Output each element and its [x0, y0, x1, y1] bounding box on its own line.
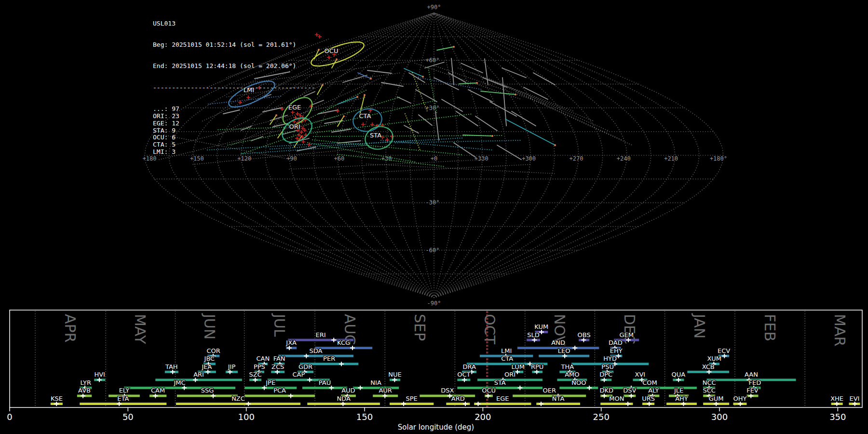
month-label: JUN — [201, 313, 218, 339]
month-label: SEP — [411, 314, 428, 341]
svg-text:+30°: +30° — [426, 105, 440, 111]
svg-text:ELY: ELY — [119, 387, 130, 394]
separator-line: ----------------------------------------… — [153, 84, 315, 92]
peak-marker-icon — [587, 386, 592, 390]
peak-marker-icon — [205, 370, 210, 374]
radiant-cross-icon — [385, 138, 389, 142]
peak-marker-icon — [748, 393, 753, 398]
svg-text:ERI: ERI — [315, 331, 326, 339]
svg-text:+330: +330 — [475, 155, 488, 162]
svg-text:100: 100 — [238, 412, 254, 422]
activity-bar-sta — [457, 387, 542, 389]
svg-text:ORI: ORI — [504, 371, 515, 378]
svg-text:AMO: AMO — [565, 371, 579, 378]
peak-marker-icon — [54, 402, 59, 406]
month-label: JAN — [691, 313, 708, 339]
svg-text:AVB: AVB — [78, 387, 91, 394]
radiant-cross-icon — [390, 135, 394, 138]
svg-text:LEO: LEO — [558, 347, 570, 354]
svg-text:DAD: DAD — [609, 339, 623, 346]
peak-marker-icon — [340, 402, 345, 406]
activity-bar-ege — [474, 403, 531, 405]
radiant-map-and-timeline-canvas: +90°-90°+60°+30°-30°-60°+180+150+120+90+… — [0, 0, 868, 434]
svg-text:LUM: LUM — [512, 363, 525, 370]
activity-bar-jmc — [124, 387, 235, 389]
svg-text:AND: AND — [551, 339, 565, 346]
meteor-analysis-screen: +90°-90°+60°+30°-30°-60°+180+150+120+90+… — [0, 0, 868, 434]
svg-text:+60: +60 — [334, 155, 344, 162]
count-line: EGE: 12 — [153, 120, 315, 127]
svg-text:+90°: +90° — [427, 4, 441, 11]
svg-text:THA: THA — [560, 363, 574, 370]
svg-text:+180°: +180° — [710, 155, 727, 162]
svg-text:GUM: GUM — [709, 395, 724, 402]
svg-text:350: 350 — [829, 412, 846, 422]
activity-bar-ssg — [177, 394, 238, 397]
peak-marker-icon — [853, 402, 857, 406]
svg-text:PSU: PSU — [601, 363, 614, 370]
svg-text:ZCS: ZCS — [271, 363, 284, 370]
peak-marker-icon — [401, 402, 406, 406]
svg-text:+300: +300 — [522, 155, 536, 162]
peak-marker-icon — [382, 393, 387, 398]
peak-marker-icon — [515, 370, 520, 374]
radiant-cross-icon — [361, 122, 365, 126]
svg-text:DPC: DPC — [599, 371, 612, 378]
activity-bar-nzc — [176, 403, 300, 405]
svg-text:200: 200 — [475, 412, 491, 422]
month-label: OCT — [481, 314, 498, 345]
svg-text:PPS: PPS — [254, 363, 265, 370]
peak-marker-icon — [572, 346, 577, 350]
svg-text:+30: +30 — [381, 155, 392, 162]
svg-text:SLD: SLD — [527, 331, 540, 339]
svg-text:URS: URS — [642, 395, 655, 402]
svg-text:STA: STA — [494, 379, 506, 386]
svg-text:250: 250 — [593, 412, 609, 422]
peak-marker-icon — [331, 338, 336, 342]
count-line: OCU: 6 — [153, 134, 315, 141]
svg-text:+0: +0 — [431, 155, 437, 162]
svg-text:ALY: ALY — [648, 387, 659, 394]
shower-bars: KUMERISLDOBSGEMJXAKCGANDDADCORSDALMILEOE… — [51, 323, 860, 406]
svg-text:CAN: CAN — [256, 355, 270, 362]
svg-text:SPE: SPE — [406, 395, 417, 402]
svg-text:GDR: GDR — [298, 363, 312, 370]
svg-text:JLE: JLE — [674, 387, 683, 394]
activity-bar-spe — [390, 403, 434, 405]
peak-marker-icon — [288, 393, 293, 398]
activity-bar-noo — [559, 387, 598, 389]
svg-text:CTA: CTA — [359, 112, 371, 120]
peak-marker-icon — [463, 402, 468, 406]
radiant-cross-icon — [336, 109, 339, 113]
svg-text:DSX: DSX — [441, 387, 454, 394]
activity-bar-cam — [149, 394, 166, 397]
svg-text:JIP: JIP — [228, 363, 236, 370]
svg-text:XCB: XCB — [702, 363, 715, 370]
peak-marker-icon — [228, 370, 232, 374]
svg-text:DSV: DSV — [623, 387, 636, 394]
svg-text:HYD: HYD — [603, 355, 617, 362]
peak-marker-icon — [706, 370, 711, 374]
peak-marker-icon — [602, 393, 607, 398]
peak-marker-icon — [117, 402, 122, 406]
count-line: STA: 9 — [153, 127, 315, 135]
svg-text:JEA: JEA — [201, 363, 212, 370]
svg-text:KUM: KUM — [534, 323, 548, 330]
activity-bar-pau — [302, 387, 347, 389]
peak-marker-icon — [462, 378, 467, 382]
svg-text:HVI: HVI — [94, 371, 105, 378]
svg-text:JBC: JBC — [204, 355, 215, 362]
svg-text:NIA: NIA — [370, 379, 381, 386]
svg-text:ARD: ARD — [451, 395, 465, 402]
svg-text:+60°: +60° — [426, 57, 440, 64]
svg-text:NUE: NUE — [388, 371, 401, 378]
peak-marker-icon — [539, 402, 543, 406]
peak-marker-icon — [97, 378, 102, 382]
svg-text:XHE: XHE — [830, 395, 843, 402]
peak-marker-icon — [625, 402, 630, 406]
svg-text:PCA: PCA — [273, 387, 286, 394]
svg-text:-60°: -60° — [426, 247, 440, 254]
svg-text:FAN: FAN — [273, 355, 285, 362]
peak-marker-icon — [681, 402, 686, 406]
activity-bar-pca — [244, 394, 315, 397]
